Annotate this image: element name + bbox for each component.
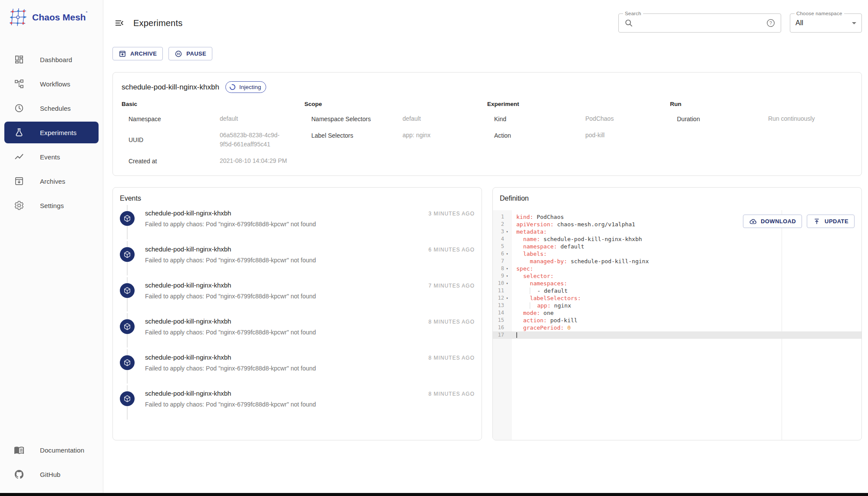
code-line-7[interactable]: 7 managed-by: schedule-pod-kill-nginx (493, 258, 861, 265)
event-timeline-rail (120, 349, 135, 385)
sidebar-collapse-icon[interactable] (114, 18, 125, 28)
sidebar-item-schedules[interactable]: Schedules (4, 97, 99, 119)
events-panel: Events schedule-pod-kill-nginx-khxbh 3 M… (112, 187, 482, 440)
detail-value: default (403, 114, 487, 123)
sidebar-item-events[interactable]: Events (4, 146, 99, 168)
sidebar-item-settings[interactable]: Settings (4, 195, 99, 216)
detail-row: UUID 06a5823b-8238-4c9d-9f5d-661eaff95c4… (122, 131, 304, 149)
update-button[interactable]: UPDATE (807, 215, 855, 228)
code-line-5[interactable]: 5 namespace: default (493, 243, 861, 250)
event-avatar (120, 355, 135, 370)
text-cursor (516, 332, 517, 338)
line-number: 13 (493, 302, 512, 309)
help-icon[interactable]: ? (766, 18, 776, 28)
detail-value: pod-kill (585, 131, 670, 140)
detail-label: Namespace (129, 116, 220, 122)
event-title: schedule-pod-kill-nginx-khxbh (145, 390, 231, 397)
detail-row: Duration Run continuously (670, 114, 853, 123)
cube-icon (123, 286, 132, 295)
code-line-17[interactable]: 17 (493, 331, 861, 339)
event-title: schedule-pod-kill-nginx-khxbh (145, 317, 231, 325)
code-line-14[interactable]: 14 mode: one (493, 309, 861, 317)
event-time: 7 MINUTES AGO (429, 283, 475, 289)
experiment-name: schedule-pod-kill-nginx-khxbh (122, 83, 219, 92)
event-time: 8 MINUTES AGO (429, 391, 475, 397)
code-line-13[interactable]: 13 app: nginx (493, 302, 861, 309)
detail-row: Action pod-kill (487, 131, 670, 140)
upload-icon (813, 218, 821, 225)
cube-icon (123, 394, 132, 403)
chevron-down-icon (852, 22, 856, 24)
line-number: 10▾ (493, 280, 512, 287)
search-icon (624, 18, 634, 28)
event-title: schedule-pod-kill-nginx-khxbh (145, 354, 231, 361)
section-title: Basic (122, 101, 304, 107)
code-line-9[interactable]: 9▾ selector: (493, 272, 861, 280)
fold-arrow-icon: ▾ (504, 265, 510, 272)
pause-button[interactable]: PAUSE (168, 47, 212, 60)
detail-value: 2021-08-10 14:04:29 PM (220, 156, 304, 165)
code-line-15[interactable]: 15 action: pod-kill (493, 317, 861, 324)
sidebar: Chaos Mesh° Dashboard Workflows Schedule… (0, 0, 103, 493)
yaml-editor[interactable]: 1kind: PodChaos2apiVersion: chaos-mesh.o… (493, 210, 861, 440)
cloud-download-icon (749, 218, 757, 225)
detail-value: default (220, 114, 304, 123)
event-item: schedule-pod-kill-nginx-khxbh 3 MINUTES … (120, 205, 475, 241)
detail-value: 06a5823b-8238-4c9d-9f5d-661eaff95c41 (220, 131, 289, 149)
code-line-10[interactable]: 10▾ namespaces: (493, 280, 861, 287)
code-line-3[interactable]: 3▾metadata: (493, 228, 861, 235)
line-number: 3▾ (493, 228, 512, 235)
detail-row: Namespace Selectors default (304, 114, 487, 123)
archive-button[interactable]: ARCHIVE (112, 47, 163, 60)
archives-icon (14, 176, 24, 186)
namespace-select[interactable]: Choose namespace All (790, 13, 862, 33)
event-description: Failed to apply chaos: Pod "nginx-6799fc… (145, 293, 475, 300)
events-icon (14, 152, 24, 162)
cube-icon (123, 214, 132, 223)
dashboard-icon (14, 54, 24, 65)
brand[interactable]: Chaos Mesh° (0, 0, 103, 28)
sidebar-item-documentation[interactable]: Documentation (4, 439, 99, 461)
cube-icon (123, 322, 132, 331)
cube-icon (123, 358, 132, 367)
download-button[interactable]: DOWNLOAD (743, 215, 802, 228)
detail-section: Scope Namespace Selectors default Label … (304, 101, 487, 173)
sidebar-item-dashboard[interactable]: Dashboard (4, 49, 99, 70)
detail-value: Run continuously (768, 114, 853, 123)
line-number: 5 (493, 243, 512, 250)
line-number: 9▾ (493, 272, 512, 280)
code-line-8[interactable]: 8▾spec: (493, 265, 861, 272)
code-line-6[interactable]: 6▾ labels: (493, 250, 861, 258)
detail-section: Run Duration Run continuously (670, 101, 853, 173)
event-avatar (120, 247, 135, 262)
search-field[interactable]: Search ? (618, 13, 781, 33)
detail-row: Label Selectors app: nginx (304, 131, 487, 140)
line-number: 1 (493, 213, 512, 221)
detail-label: UUID (129, 136, 220, 143)
event-timeline-rail (120, 205, 135, 241)
code-line-16[interactable]: 16 gracePeriod: 0 (493, 324, 861, 331)
detail-value: app: nginx (403, 131, 487, 140)
event-item: schedule-pod-kill-nginx-khxbh 8 MINUTES … (120, 313, 475, 349)
code-line-11[interactable]: 11 - default (493, 287, 861, 294)
sidebar-item-archives[interactable]: Archives (4, 170, 99, 192)
sidebar-item-workflows[interactable]: Workflows (4, 73, 99, 95)
search-input[interactable] (637, 20, 766, 27)
sidebar-item-github[interactable]: GitHub (4, 463, 99, 485)
code-line-4[interactable]: 4 name: schedule-pod-kill-nginx-khxbh (493, 235, 861, 243)
yaml-code[interactable]: 1kind: PodChaos2apiVersion: chaos-mesh.o… (493, 210, 861, 339)
event-description: Failed to apply chaos: Pod "nginx-6799fc… (145, 365, 475, 372)
main-content: Experiments Search ? Choose namespace Al… (103, 0, 868, 493)
detail-label: Kind (494, 116, 585, 122)
event-description: Failed to apply chaos: Pod "nginx-6799fc… (145, 329, 475, 336)
detail-section: Basic Namespace default UUID 06a5823b-82… (122, 101, 304, 173)
line-number: 4 (493, 235, 512, 243)
search-field-label: Search (623, 11, 643, 16)
code-line-12[interactable]: 12▾ labelSelectors: (493, 294, 861, 302)
editor-actions: DOWNLOAD UPDATE (743, 215, 855, 228)
detail-section: Experiment Kind PodChaos Action pod-kill (487, 101, 670, 173)
fold-arrow-icon: ▾ (504, 250, 510, 258)
sidebar-item-experiments[interactable]: Experiments (4, 122, 99, 143)
experiments-icon (14, 127, 24, 138)
sidebar-nav: Dashboard Workflows Schedules Experiment… (0, 46, 103, 219)
